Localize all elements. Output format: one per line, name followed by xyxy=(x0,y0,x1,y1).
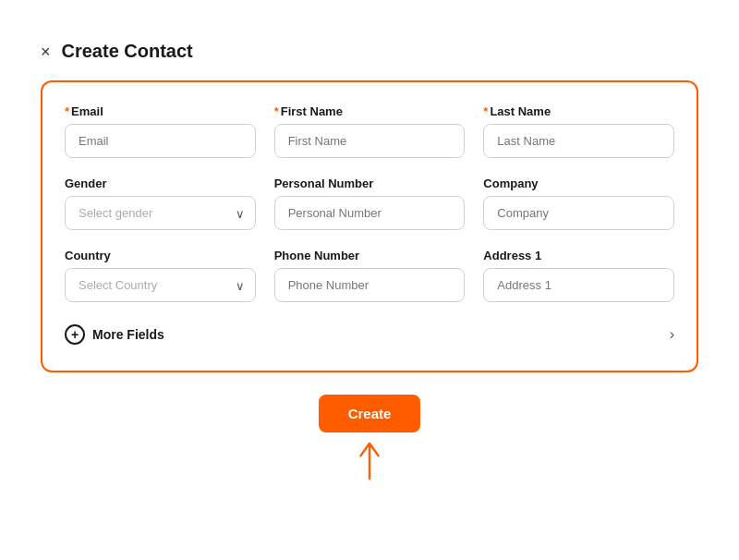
more-fields-left: + More Fields xyxy=(65,324,164,345)
gender-group: Gender Select gender Male Female Other ∨ xyxy=(65,177,256,230)
address1-input[interactable] xyxy=(483,268,674,302)
first-name-group: *First Name xyxy=(274,104,466,158)
personal-number-group: Personal Number xyxy=(274,177,466,230)
phone-number-input[interactable] xyxy=(274,268,466,302)
modal-header: × Create Contact xyxy=(41,41,698,62)
last-name-label: *Last Name xyxy=(483,104,674,118)
phone-number-group: Phone Number xyxy=(274,249,466,302)
email-group: *Email xyxy=(65,104,256,158)
country-select[interactable]: Select Country United States United King… xyxy=(65,268,256,302)
personal-number-input[interactable] xyxy=(274,196,466,230)
arrow-up-icon xyxy=(351,436,388,481)
gender-select-wrap: Select gender Male Female Other ∨ xyxy=(65,196,256,230)
plus-icon: + xyxy=(65,324,85,345)
more-fields-chevron-right-icon: › xyxy=(670,326,674,343)
close-icon[interactable]: × xyxy=(41,43,51,60)
modal: × Create Contact *Email *First Name xyxy=(18,18,721,503)
first-name-label: *First Name xyxy=(274,104,466,118)
address1-label: Address 1 xyxy=(483,249,674,262)
form-grid: *Email *First Name *Last Name Gend xyxy=(65,104,674,302)
more-fields-label: More Fields xyxy=(92,327,164,342)
company-label: Company xyxy=(483,177,674,190)
last-name-input[interactable] xyxy=(483,124,674,158)
email-input[interactable] xyxy=(65,124,256,158)
email-label: *Email xyxy=(65,104,256,118)
country-select-wrap: Select Country United States United King… xyxy=(65,268,256,302)
gender-label: Gender xyxy=(65,177,256,190)
modal-title: Create Contact xyxy=(62,41,193,62)
form-card: *Email *First Name *Last Name Gend xyxy=(41,80,698,372)
email-required-star: * xyxy=(65,104,69,118)
more-fields-row[interactable]: + More Fields › xyxy=(65,321,674,348)
last-name-group: *Last Name xyxy=(483,104,674,158)
country-label: Country xyxy=(65,249,256,262)
footer: Create xyxy=(41,395,698,481)
first-name-input[interactable] xyxy=(274,124,466,158)
arrow-wrap xyxy=(351,436,388,481)
country-group: Country Select Country United States Uni… xyxy=(65,249,256,302)
address1-group: Address 1 xyxy=(483,249,674,302)
first-name-required-star: * xyxy=(274,104,279,118)
phone-number-label: Phone Number xyxy=(274,249,466,262)
company-input[interactable] xyxy=(483,196,674,230)
create-button[interactable]: Create xyxy=(319,395,421,432)
personal-number-label: Personal Number xyxy=(274,177,466,190)
last-name-required-star: * xyxy=(483,104,488,118)
gender-select[interactable]: Select gender Male Female Other xyxy=(65,196,256,230)
company-group: Company xyxy=(483,177,674,230)
